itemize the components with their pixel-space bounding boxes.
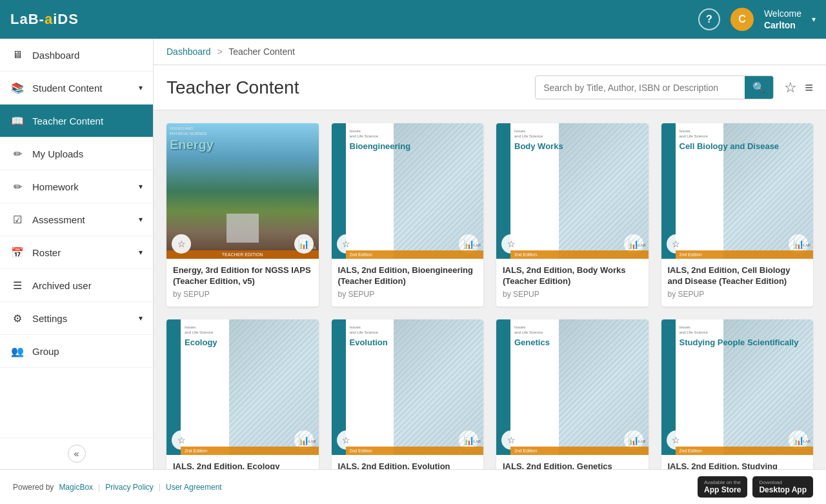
breadcrumb-home[interactable]: Dashboard bbox=[166, 46, 211, 57]
sidebar-item-assessment[interactable]: ☑Assessment▾ bbox=[0, 203, 153, 236]
welcome-label: Welcome Carlton bbox=[764, 8, 801, 30]
sidebar-label-student-content: Student Content bbox=[32, 83, 102, 94]
sidebar-item-group[interactable]: 👥Group bbox=[0, 335, 153, 368]
book-card-energy[interactable]: ISSUES ANDPHYSICAL SCIENCEEnergyTEACHER … bbox=[166, 123, 319, 307]
desktop-big: Desktop App bbox=[759, 485, 807, 494]
book-card-cell-biology[interactable]: Issuesand Life ScienceCell Biology and D… bbox=[661, 123, 814, 307]
book-author-cell-biology: by SEPUP bbox=[668, 290, 807, 299]
sidebar-chevron-homework: ▾ bbox=[139, 182, 143, 191]
sidebar-label-homework: Homework bbox=[32, 181, 79, 192]
sidebar-chevron-roster: ▾ bbox=[139, 248, 143, 257]
sidebar-chevron-student-content: ▾ bbox=[139, 83, 143, 92]
books-grid: ISSUES ANDPHYSICAL SCIENCEEnergyTEACHER … bbox=[166, 123, 813, 469]
search-input[interactable] bbox=[536, 77, 745, 98]
logo-text: LaB-aiDS bbox=[10, 11, 79, 27]
privacy-policy-link[interactable]: Privacy Policy bbox=[105, 483, 154, 492]
user-menu-chevron[interactable]: ▾ bbox=[812, 15, 816, 24]
homework-icon: ✏ bbox=[10, 179, 25, 194]
teacher-content-icon: 📖 bbox=[10, 114, 25, 128]
book-stats-energy[interactable]: 📊 bbox=[294, 234, 314, 254]
page-header: Teacher Content 🔍 ☆ ≡ bbox=[154, 65, 826, 110]
search-bar: 🔍 bbox=[535, 76, 774, 99]
sidebar-label-dashboard: Dashboard bbox=[32, 50, 79, 61]
page-actions: ☆ ≡ bbox=[784, 79, 813, 96]
desktop-small: Download bbox=[759, 479, 782, 485]
page-title: Teacher Content bbox=[166, 77, 535, 98]
book-title-cell-biology: IALS, 2nd Edition, Cell Biology and Dise… bbox=[668, 265, 807, 287]
book-card-ecology[interactable]: Issuesand Life ScienceEcology2nd Edition… bbox=[166, 319, 319, 469]
book-card-genetics[interactable]: Issuesand Life ScienceGenetics2nd Editio… bbox=[496, 319, 649, 469]
favorites-button[interactable]: ☆ bbox=[784, 79, 797, 96]
footer-sep-1: | bbox=[98, 483, 100, 492]
settings-icon: ⚙ bbox=[10, 311, 25, 325]
book-title-ecology: IALS, 2nd Edition, Ecology (Teacher Edit… bbox=[173, 461, 312, 469]
sidebar-item-dashboard[interactable]: 🖥Dashboard bbox=[0, 39, 153, 72]
book-title-energy: Energy, 3rd Edition for NGSS IAPS (Teach… bbox=[173, 265, 312, 287]
my-uploads-icon: ✏ bbox=[10, 146, 25, 161]
avatar: C bbox=[730, 8, 754, 31]
welcome-block: Welcome Carlton bbox=[764, 8, 801, 31]
grid-view-button[interactable]: ≡ bbox=[805, 79, 813, 96]
roster-icon: 📅 bbox=[10, 245, 25, 259]
sidebar-item-homework[interactable]: ✏Homework▾ bbox=[0, 170, 153, 203]
book-author-bioengineering: by SEPUP bbox=[338, 290, 478, 299]
book-title-genetics: IALS, 2nd Edition, Genetics (Teacher Edi… bbox=[503, 461, 642, 469]
book-title-bioengineering: IALS, 2nd Edition, Bioengineering (Teach… bbox=[338, 265, 478, 287]
dashboard-icon: 🖥 bbox=[10, 48, 25, 62]
sidebar-item-settings[interactable]: ⚙Settings▾ bbox=[0, 302, 153, 335]
sidebar-chevron-assessment: ▾ bbox=[139, 215, 143, 224]
user-agreement-link[interactable]: User Agreement bbox=[166, 483, 222, 492]
book-star-energy[interactable]: ☆ bbox=[172, 234, 191, 254]
book-title-studying-people: IALS, 2nd Edition, Studying People Scien… bbox=[668, 461, 807, 469]
student-content-icon: 📚 bbox=[10, 81, 25, 95]
footer: Powered by MagicBox | Privacy Policy | U… bbox=[0, 469, 826, 504]
sidebar-label-archived-user: Archived user bbox=[32, 280, 92, 291]
book-card-body-works[interactable]: Issuesand Life ScienceBody Works2nd Edit… bbox=[496, 123, 649, 307]
app-store-big: App Store bbox=[704, 485, 741, 494]
desktop-app-badge[interactable]: Download Desktop App bbox=[752, 476, 813, 498]
sidebar-label-teacher-content: Teacher Content bbox=[32, 116, 103, 126]
footer-sep-2: | bbox=[159, 483, 161, 492]
breadcrumb: Dashboard > Teacher Content bbox=[154, 39, 826, 65]
sidebar-item-student-content[interactable]: 📚Student Content▾ bbox=[0, 72, 153, 105]
assessment-icon: ☑ bbox=[10, 212, 25, 227]
sidebar-label-assessment: Assessment bbox=[32, 214, 85, 225]
sidebar-item-archived-user[interactable]: ☰Archived user bbox=[0, 269, 153, 302]
header: LaB-aiDS ? C Welcome Carlton ▾ bbox=[0, 0, 826, 39]
user-name: Carlton bbox=[764, 20, 796, 30]
book-title-body-works: IALS, 2nd Edition, Body Works (Teacher E… bbox=[503, 265, 642, 287]
books-container: ISSUES ANDPHYSICAL SCIENCEEnergyTEACHER … bbox=[154, 110, 826, 469]
sidebar: 🖥Dashboard📚Student Content▾📖Teacher Cont… bbox=[0, 39, 154, 469]
sidebar-label-settings: Settings bbox=[32, 313, 67, 324]
sidebar-label-group: Group bbox=[32, 346, 59, 357]
book-card-evolution[interactable]: Issuesand Life ScienceEvolution2nd Editi… bbox=[332, 319, 484, 469]
logo[interactable]: LaB-aiDS bbox=[10, 11, 79, 28]
book-card-studying-people[interactable]: Issuesand Life ScienceStudying People Sc… bbox=[661, 319, 814, 469]
book-author-energy: by SEPUP bbox=[173, 290, 312, 299]
book-author-body-works: by SEPUP bbox=[503, 290, 642, 299]
book-card-bioengineering[interactable]: Issuesand Life ScienceBioengineering2nd … bbox=[332, 123, 484, 307]
sidebar-label-my-uploads: My Uploads bbox=[32, 148, 83, 159]
header-right: ? C Welcome Carlton ▾ bbox=[698, 8, 816, 31]
app-store-small: Available on the bbox=[704, 479, 741, 485]
help-button[interactable]: ? bbox=[698, 8, 720, 30]
sidebar-label-roster: Roster bbox=[32, 247, 61, 258]
group-icon: 👥 bbox=[10, 344, 25, 358]
sidebar-item-my-uploads[interactable]: ✏My Uploads bbox=[0, 137, 153, 170]
breadcrumb-sep: > bbox=[217, 46, 222, 57]
powered-by-text: Powered by bbox=[13, 483, 54, 492]
archived-user-icon: ☰ bbox=[10, 278, 25, 292]
main-layout: 🖥Dashboard📚Student Content▾📖Teacher Cont… bbox=[0, 39, 826, 469]
breadcrumb-current: Teacher Content bbox=[228, 46, 295, 57]
search-icon: 🔍 bbox=[752, 82, 765, 93]
magicbox-link[interactable]: MagicBox bbox=[59, 483, 93, 492]
search-button[interactable]: 🔍 bbox=[745, 76, 773, 99]
sidebar-item-roster[interactable]: 📅Roster▾ bbox=[0, 236, 153, 269]
book-title-evolution: IALS, 2nd Edition, Evolution (Teacher Ed… bbox=[338, 461, 478, 469]
content-area: Dashboard > Teacher Content Teacher Cont… bbox=[154, 39, 826, 469]
app-store-badge[interactable]: Available on the App Store bbox=[698, 476, 747, 498]
sidebar-collapse-btn[interactable]: « bbox=[0, 438, 153, 469]
sidebar-item-teacher-content[interactable]: 📖Teacher Content bbox=[0, 105, 153, 137]
collapse-icon[interactable]: « bbox=[68, 445, 86, 463]
footer-apps: Available on the App Store Download Desk… bbox=[698, 476, 813, 498]
